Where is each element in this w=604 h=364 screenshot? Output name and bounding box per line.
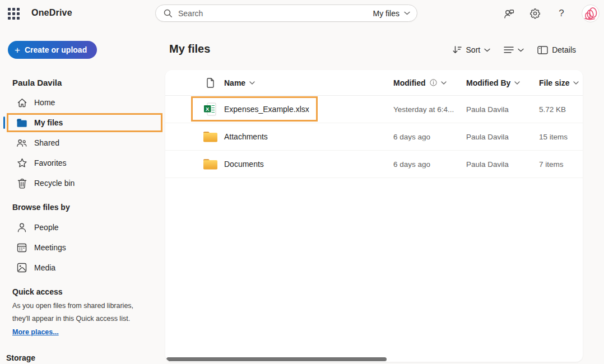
sidebar: + Create or upload Paula Davila Home My … — [0, 27, 165, 364]
people-icon — [16, 138, 27, 148]
folder-icon — [201, 130, 219, 143]
sidebar-item-shared[interactable]: Shared — [0, 133, 165, 153]
column-header-name[interactable]: Name — [224, 78, 255, 87]
calendar-icon — [16, 242, 27, 253]
quick-access-header: Quick access — [12, 287, 63, 296]
trash-icon — [16, 178, 27, 189]
quick-access-description: As you open files from shared libraries,… — [12, 300, 133, 325]
column-header-file-size[interactable]: File size — [539, 78, 583, 87]
sort-button[interactable]: Sort — [452, 45, 491, 54]
file-name: Expenses_Example.xlsx — [224, 105, 309, 114]
star-icon — [16, 158, 27, 168]
list-view-icon — [504, 46, 514, 54]
folder-filled-icon — [16, 118, 27, 128]
table-row-expenses-example[interactable]: X Expenses_Example.xlsx Yesterday at 6:4… — [165, 96, 583, 123]
user-avatar[interactable] — [582, 4, 600, 22]
sidebar-item-meetings[interactable]: Meetings — [0, 237, 165, 258]
sidebar-user-name: Paula Davila — [12, 78, 62, 87]
view-options-button[interactable] — [504, 46, 524, 54]
file-modified: Yesterday at 6:4... — [393, 105, 459, 114]
folder-icon — [201, 158, 219, 171]
more-places-link[interactable]: More places... — [12, 328, 59, 336]
chevron-down-icon — [484, 48, 490, 52]
info-icon — [430, 79, 437, 86]
top-bar: OneDrive My files ? — [0, 0, 604, 27]
sidebar-item-media[interactable]: Media — [0, 258, 165, 278]
feedback-icon[interactable] — [503, 7, 515, 20]
browse-nav: People Meetings Media — [0, 217, 165, 278]
folder-item-count: 15 items — [539, 133, 583, 141]
selected-indicator — [3, 116, 5, 129]
page-title: My files — [169, 43, 210, 55]
search-scope-dropdown[interactable]: My files — [373, 9, 410, 18]
chevron-down-icon — [249, 81, 255, 85]
chevron-down-icon — [404, 11, 410, 15]
details-pane-icon — [537, 46, 548, 54]
svg-text:X: X — [206, 106, 210, 112]
chevron-down-icon — [573, 81, 579, 85]
onedrive-logo[interactable]: OneDrive — [31, 8, 72, 18]
file-size: 5.72 KB — [539, 105, 583, 114]
table-header-row: Name Modified Modified By File size — [165, 70, 583, 96]
browse-files-by-header: Browse files by — [12, 203, 70, 212]
sidebar-item-people[interactable]: People — [0, 217, 165, 237]
search-bar[interactable]: My files — [155, 4, 417, 22]
document-icon — [206, 78, 215, 88]
plus-icon: + — [15, 45, 20, 55]
sidebar-nav: Home My files Shared Favorites — [0, 92, 165, 193]
storage-header: Storage — [6, 353, 35, 362]
column-header-modified[interactable]: Modified — [393, 78, 459, 87]
sort-icon — [452, 45, 462, 54]
chevron-down-icon — [518, 48, 524, 52]
home-icon — [16, 97, 27, 108]
folder-name: Attachments — [224, 132, 268, 141]
search-input[interactable] — [178, 9, 368, 18]
column-header-modified-by[interactable]: Modified By — [466, 78, 528, 87]
table-row-documents[interactable]: Documents 6 days ago Paula Davila 7 item… — [165, 151, 583, 178]
horizontal-scrollbar[interactable] — [166, 357, 387, 361]
sidebar-item-home[interactable]: Home — [0, 92, 165, 113]
search-icon — [164, 9, 173, 18]
help-icon[interactable]: ? — [555, 7, 568, 20]
sidebar-item-recycle-bin[interactable]: Recycle bin — [0, 173, 165, 193]
app-launcher-icon[interactable] — [7, 7, 21, 21]
file-modified-by: Paula Davila — [466, 105, 528, 114]
folder-modified-by: Paula Davila — [466, 133, 528, 141]
folder-name: Documents — [224, 160, 264, 169]
details-button[interactable]: Details — [537, 45, 576, 54]
file-list-card: Name Modified Modified By File size — [165, 70, 583, 362]
folder-modified: 6 days ago — [393, 160, 459, 169]
file-type-column-icon[interactable] — [201, 78, 219, 88]
chevron-down-icon — [514, 81, 520, 85]
command-bar: Sort Details — [452, 43, 576, 57]
sidebar-item-my-files[interactable]: My files — [0, 113, 165, 133]
create-or-upload-button[interactable]: + Create or upload — [8, 41, 97, 59]
image-icon — [16, 263, 27, 273]
person-icon — [16, 222, 27, 233]
topbar-actions: ? — [503, 0, 600, 27]
folder-modified: 6 days ago — [393, 133, 459, 141]
table-row-attachments[interactable]: Attachments 6 days ago Paula Davila 15 i… — [165, 123, 583, 151]
folder-modified-by: Paula Davila — [466, 160, 528, 169]
excel-file-icon: X — [201, 102, 219, 116]
folder-item-count: 7 items — [539, 160, 583, 169]
annotation-box-my-files — [7, 113, 162, 132]
chevron-down-icon — [441, 81, 447, 85]
sidebar-item-favorites[interactable]: Favorites — [0, 153, 165, 173]
settings-gear-icon[interactable] — [529, 7, 541, 20]
